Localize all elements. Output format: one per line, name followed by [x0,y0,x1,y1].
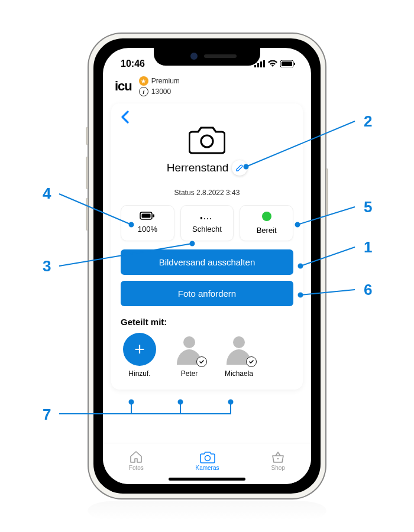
shared-with-title: Geteilt mit: [121,317,293,327]
svg-rect-10 [153,215,155,218]
svg-rect-6 [294,63,295,65]
back-button[interactable] [121,111,129,127]
front-camera [190,53,198,60]
battery-full-icon [140,212,155,220]
ready-value: Bereit [257,226,277,235]
status-dot-icon [262,212,271,221]
home-indicator[interactable] [169,478,245,481]
basket-icon [271,450,285,463]
app-logo: icu [115,79,132,94]
camera-icon-wrap [121,112,293,157]
svg-rect-0 [254,65,256,67]
premium-row[interactable]: ★ Premium [139,76,180,86]
signal-low-icon [199,212,215,220]
shared-with-row: + Hinzuf. Peter [121,333,293,378]
info-icon: i [139,87,148,96]
app-header: icu ★ Premium i 13000 [103,73,311,100]
callout-5: 5 [364,198,372,216]
svg-point-7 [201,135,213,147]
signal-value: Schlecht [192,225,222,233]
check-icon [246,356,257,367]
svg-rect-9 [142,214,151,218]
callout-2: 2 [364,112,372,131]
clock: 10:46 [121,59,145,69]
callout-4: 4 [43,184,51,203]
check-icon [196,356,207,367]
home-icon [129,450,143,463]
phone-bezel: 10:46 icu ★ Premium [93,38,321,494]
star-icon: ★ [139,76,148,86]
shared-user-peter[interactable]: Peter [173,333,206,378]
avatar-icon [173,333,206,366]
svg-rect-1 [257,63,259,67]
pencil-icon [235,164,244,172]
svg-point-12 [204,218,205,219]
svg-point-13 [207,218,208,219]
phone-notch [154,48,260,66]
status-line: Status 2.8.2022 3:43 [121,189,293,197]
plus-icon: + [123,333,156,366]
annotated-figure: 10:46 icu ★ Premium [0,0,414,532]
power-button [326,168,328,216]
svg-point-15 [205,456,210,461]
phone-frame: 10:46 icu ★ Premium [88,33,326,499]
svg-rect-3 [263,60,265,67]
speaker [204,54,237,58]
tab-shop[interactable]: Shop [271,450,285,471]
stat-signal[interactable]: Schlecht [180,205,234,241]
disable-transmission-button[interactable]: Bildversand ausschalten [121,249,293,275]
svg-point-14 [210,218,211,219]
battery-icon [280,60,296,67]
stat-battery[interactable]: 100% [121,205,174,241]
volume-down-button [86,198,88,231]
points-value: 13000 [151,87,171,96]
camera-icon [200,450,215,463]
tab-cameras[interactable]: Kameras [196,450,219,471]
stats-row: 100% Schlecht Bereit [121,205,293,241]
svg-point-16 [277,458,279,459]
callout-7: 7 [43,406,51,424]
screen: 10:46 icu ★ Premium [103,48,311,484]
callout-1: 1 [364,238,372,257]
battery-value: 100% [138,225,157,233]
premium-label: Premium [151,77,180,85]
camera-card: Herrenstand Status 2.8.2022 3:43 [111,103,303,390]
chevron-left-icon [121,111,129,124]
callout-6: 6 [364,281,372,299]
status-indicators [254,60,296,67]
edit-name-button[interactable] [232,160,247,176]
stat-ready[interactable]: Bereit [240,205,293,241]
svg-rect-11 [200,217,202,219]
avatar-icon [222,333,255,366]
request-photo-button[interactable]: Foto anfordern [121,281,293,306]
callout-3: 3 [43,257,51,275]
camera-title: Herrenstand [167,161,229,174]
volume-up-button [86,157,88,189]
camera-icon [189,125,225,154]
add-share-button[interactable]: + Hinzuf. [123,333,156,378]
svg-rect-5 [282,61,292,66]
mute-switch [86,127,88,145]
tab-photos[interactable]: Fotos [129,450,144,471]
shared-user-michaela[interactable]: Michaela [222,333,255,378]
points-row[interactable]: i 13000 [139,87,180,96]
phone-reflection [88,501,326,520]
wifi-icon [268,60,277,67]
svg-rect-2 [260,61,262,67]
